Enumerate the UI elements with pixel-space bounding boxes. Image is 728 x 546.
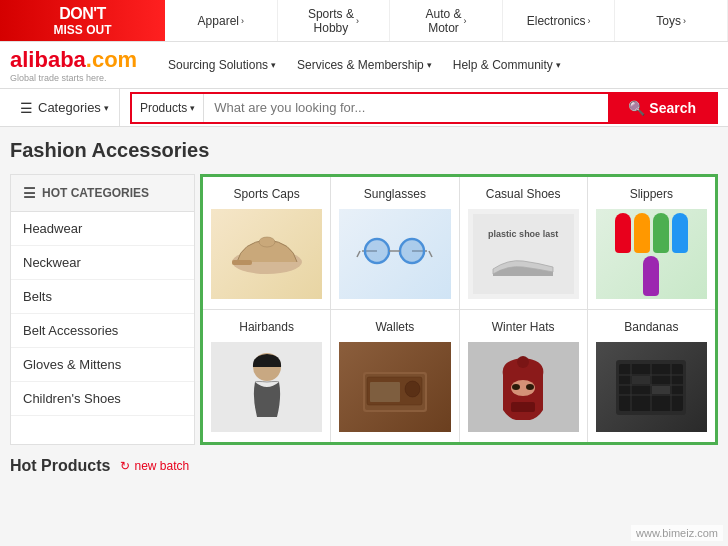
person-svg — [237, 347, 297, 427]
products-grid-wrapper: Sports Caps Sunglasses — [200, 174, 718, 445]
sidebar-item-belts[interactable]: Belts — [11, 280, 194, 314]
sunglasses-svg — [352, 229, 437, 279]
belts-label: Belts — [23, 289, 52, 304]
gloves-label: Gloves & Mittens — [23, 357, 121, 372]
help-arrow: ▾ — [556, 60, 561, 70]
svg-rect-17 — [405, 381, 420, 397]
hot-products-title: Hot Products — [10, 457, 110, 475]
content-layout: ☰ HOT CATEGORIES Headwear Neckwear Belts… — [10, 174, 718, 445]
categories-arrow: ▾ — [104, 103, 109, 113]
product-dropdown[interactable]: Products ▾ — [132, 94, 204, 122]
sourcing-label: Sourcing Solutions — [168, 58, 268, 72]
auto-label: Auto &Motor — [425, 7, 461, 35]
dont-miss-out-banner: DON'T MISS OUT — [0, 0, 165, 41]
product-bandanas[interactable]: Bandanas — [588, 310, 715, 442]
sidebar-item-headwear[interactable]: Headwear — [11, 212, 194, 246]
banner-line2: MISS OUT — [53, 23, 111, 37]
svg-point-21 — [517, 356, 529, 368]
product-sports-caps[interactable]: Sports Caps — [203, 177, 330, 309]
carousel-item-electronics[interactable]: Electronics › — [503, 0, 616, 41]
sidebar-item-gloves[interactable]: Gloves & Mittens — [11, 348, 194, 382]
shoe-text: plastic shoe last — [488, 229, 558, 239]
product-slippers[interactable]: Slippers — [588, 177, 715, 309]
logo-alibaba: alibaba — [10, 47, 86, 72]
carousel-item-sports[interactable]: Sports &Hobby › — [278, 0, 391, 41]
slippers-image — [596, 209, 707, 299]
categories-button[interactable]: ☰ Categories ▾ — [10, 89, 120, 126]
sports-arrow: › — [356, 16, 359, 26]
nav-link-services[interactable]: Services & Membership ▾ — [289, 58, 440, 72]
carousel-item-auto[interactable]: Auto &Motor › — [390, 0, 503, 41]
carousel-items: Apparel › Sports &Hobby › Auto &Motor › … — [165, 0, 728, 41]
childrens-shoes-label: Children's Shoes — [23, 391, 121, 406]
logo-area: alibaba.com Global trade starts here. — [10, 47, 140, 83]
bandana-svg — [611, 350, 691, 425]
headwear-label: Headwear — [23, 221, 82, 236]
dropdown-arrow: ▾ — [190, 103, 195, 113]
electronics-label: Electronics — [527, 14, 586, 28]
services-label: Services & Membership — [297, 58, 424, 72]
sidebar-header-label: HOT CATEGORIES — [42, 186, 149, 200]
wallets-image — [339, 342, 450, 432]
bandanas-image — [596, 342, 707, 432]
carousel-item-apparel[interactable]: Apparel › — [165, 0, 278, 41]
sidebar-item-belt-accessories[interactable]: Belt Accessories — [11, 314, 194, 348]
toys-arrow: › — [683, 16, 686, 26]
svg-rect-33 — [652, 386, 670, 394]
apparel-label: Apparel — [198, 14, 239, 28]
logo: alibaba.com — [10, 47, 140, 73]
slippers-label: Slippers — [596, 187, 707, 201]
svg-point-6 — [366, 240, 388, 262]
help-label: Help & Community — [453, 58, 553, 72]
apparel-arrow: › — [241, 16, 244, 26]
balaclava-svg — [488, 350, 558, 425]
nav-link-help[interactable]: Help & Community ▾ — [445, 58, 569, 72]
hot-products-bar: Hot Products ↻ new batch — [10, 457, 718, 475]
product-sunglasses[interactable]: Sunglasses — [331, 177, 458, 309]
search-button[interactable]: 🔍 Search — [608, 94, 716, 122]
product-winter-hats[interactable]: Winter Hats — [460, 310, 587, 442]
refresh-icon: ↻ — [120, 459, 130, 473]
carousel-item-toys[interactable]: Toys › — [615, 0, 728, 41]
search-input[interactable] — [204, 94, 608, 122]
new-batch-label: new batch — [134, 459, 189, 473]
product-hairbands[interactable]: Hairbands — [203, 310, 330, 442]
new-batch-link[interactable]: ↻ new batch — [120, 459, 189, 473]
search-area: Products ▾ 🔍 Search — [130, 92, 718, 124]
bandanas-label: Bandanas — [596, 320, 707, 334]
product-dropdown-label: Products — [140, 101, 187, 115]
hairbands-image — [211, 342, 322, 432]
sidebar-hamburger-icon: ☰ — [23, 185, 36, 201]
svg-line-10 — [357, 251, 360, 257]
product-casual-shoes[interactable]: Casual Shoes plastic shoe last — [460, 177, 587, 309]
top-carousel: DON'T MISS OUT Apparel › Sports &Hobby ›… — [0, 0, 728, 42]
svg-point-8 — [401, 240, 423, 262]
page-section: Fashion Accessories ☰ HOT CATEGORIES Hea… — [0, 127, 728, 487]
logo-subtitle: Global trade starts here. — [10, 73, 140, 83]
svg-rect-20 — [511, 402, 535, 412]
sidebar-item-childrens-shoes[interactable]: Children's Shoes — [11, 382, 194, 416]
auto-arrow: › — [464, 16, 467, 26]
search-nav: ☰ Categories ▾ Products ▾ 🔍 Search — [0, 89, 728, 127]
belt-accessories-label: Belt Accessories — [23, 323, 118, 338]
shoe-svg — [488, 239, 558, 279]
banner-line1: DON'T — [59, 5, 106, 23]
svg-rect-32 — [632, 376, 650, 384]
sidebar-header: ☰ HOT CATEGORIES — [11, 175, 194, 212]
product-wallets[interactable]: Wallets — [331, 310, 458, 442]
svg-point-2 — [259, 237, 275, 247]
svg-rect-18 — [370, 382, 400, 402]
search-icon: 🔍 — [628, 100, 645, 116]
sourcing-arrow: ▾ — [271, 60, 276, 70]
svg-line-11 — [429, 251, 432, 257]
header-nav: Sourcing Solutions ▾ Services & Membersh… — [160, 58, 718, 72]
hamburger-icon: ☰ — [20, 100, 33, 116]
svg-rect-1 — [232, 260, 252, 265]
nav-link-sourcing[interactable]: Sourcing Solutions ▾ — [160, 58, 284, 72]
sidebar: ☰ HOT CATEGORIES Headwear Neckwear Belts… — [10, 174, 195, 445]
sidebar-item-neckwear[interactable]: Neckwear — [11, 246, 194, 280]
svg-point-23 — [526, 384, 534, 390]
toys-label: Toys — [656, 14, 681, 28]
sports-label: Sports &Hobby — [308, 7, 354, 35]
header: alibaba.com Global trade starts here. So… — [0, 42, 728, 89]
